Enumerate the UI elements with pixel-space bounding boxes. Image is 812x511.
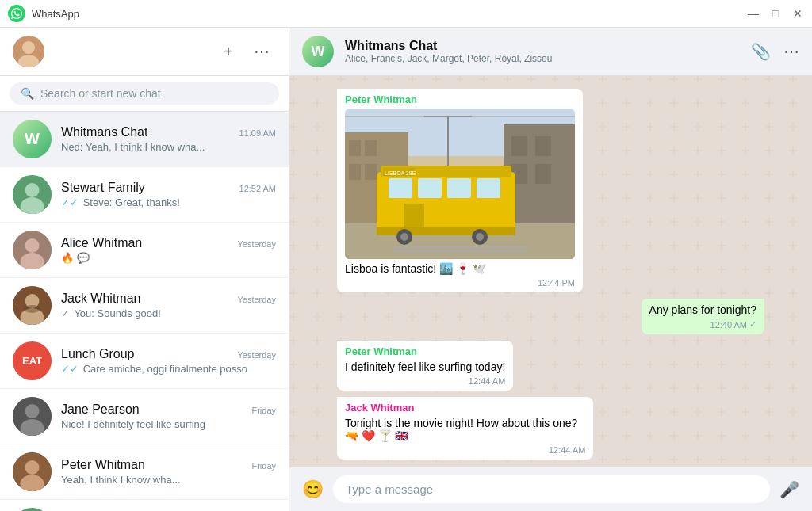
chat-header: W Whitmans Chat Alice, Francis, Jack, Ma… [289,28,812,76]
main-layout: + ⋯ 🔍 W Whitmans Chat 11:09 AM Ned: Yeah… [0,28,812,511]
list-item[interactable]: EAT Lunch Group Yesterday ✓✓ Care amiche… [0,334,289,389]
single-tick-icon: ✓ [749,319,756,330]
avatar [13,175,52,214]
list-item[interactable]: Stewart Family 12:52 AM ✓✓ Steve: Great,… [0,167,289,223]
chat-header-actions: 📎 ⋯ [751,42,799,61]
chat-time: Yesterday [237,239,276,249]
chat-info: Lunch Group Yesterday ✓✓ Care amiche, og… [61,347,276,375]
list-item[interactable]: Alice Whitman Yesterday 🔥 💬 [0,223,289,278]
svg-point-4 [25,183,40,197]
chat-preview: ✓✓ Care amiche, oggi finalmente posso [61,363,276,375]
message-time: 12:44 PM [345,278,575,288]
user-avatar-img [13,36,44,67]
chat-header-members: Alice, Francis, Jack, Margot, Peter, Roy… [345,53,740,64]
app-title: WhatsApp [32,8,747,20]
avatar [13,397,52,436]
header-menu-icon[interactable]: ⋯ [783,42,799,61]
chat-info: Jack Whitman Yesterday ✓ You: Sounds goo… [61,292,276,319]
chat-name: Alice Whitman [61,236,142,250]
chat-preview: ✓ You: Sounds good! [61,307,276,319]
chat-preview: Ned: Yeah, I think I know wha... [61,141,276,153]
avatar [13,231,52,269]
microphone-button[interactable]: 🎤 [779,480,799,499]
chat-preview: Nice! I definitely feel like surfing [61,418,276,430]
svg-rect-28 [365,164,377,180]
double-tick-icon: ✓✓ [61,363,79,375]
svg-point-7 [25,238,40,253]
svg-point-44 [400,233,408,241]
search-input[interactable] [40,87,268,100]
svg-rect-33 [535,164,551,184]
svg-point-46 [476,233,484,241]
app-logo [8,5,25,22]
list-item[interactable]: Jane Pearson Friday Nice! I definitely f… [0,389,289,444]
avatar [13,508,52,511]
list-item[interactable]: Peter Whitman Friday Yeah, I think I kno… [0,444,289,500]
user-avatar[interactable] [13,36,44,67]
chat-name: Jane Pearson [61,402,140,417]
message-text: I definitely feel like surfing today! [345,360,505,373]
close-button[interactable]: ✕ [791,7,804,20]
svg-point-12 [25,305,40,313]
message-text: Lisboa is fantastic! 🏙️ 🍷 🕊️ [345,262,575,275]
chat-info: Whitmans Chat 11:09 AM Ned: Yeah, I thin… [61,125,276,153]
avatar: EAT [13,341,52,380]
maximize-button[interactable]: □ [769,7,782,20]
message-text: Any plans for tonight? [649,303,756,316]
chat-time: Yesterday [237,350,276,360]
svg-rect-39 [447,178,471,198]
chat-header-info: Whitmans Chat Alice, Francis, Jack, Marg… [345,39,740,64]
message-sender: Peter Whitman [345,93,575,105]
chat-info: Alice Whitman Yesterday 🔥 💬 [61,236,276,264]
chat-info: Peter Whitman Friday Yeah, I think I kno… [61,458,276,486]
input-area: 😊 🎤 [289,467,812,511]
titlebar: WhatsApp — □ ✕ [0,0,812,28]
svg-point-14 [25,404,40,418]
svg-rect-26 [365,140,377,156]
attachment-icon[interactable]: 📎 [751,42,771,61]
message-bubble: Peter Whitman [337,89,583,292]
messages-area: Peter Whitman [289,76,812,467]
chat-name: Stewart Family [61,181,145,195]
message-input[interactable] [333,475,770,503]
message-time: 12:40 AM ✓ [649,319,756,330]
svg-rect-30 [511,136,527,156]
message-bubble: Any plans for tonight? 12:40 AM ✓ [642,299,764,334]
message-image: LISBOA 28E [345,109,575,259]
chat-header-name: Whitmans Chat [345,39,740,53]
svg-point-17 [25,460,40,475]
sidebar: + ⋯ 🔍 W Whitmans Chat 11:09 AM Ned: Yeah… [0,28,289,511]
chat-time: Friday [251,461,276,471]
message-bubble: Jack Whitman Tonight is the movie night!… [337,397,593,460]
chat-info: Stewart Family 12:52 AM ✓✓ Steve: Great,… [61,181,276,208]
list-item[interactable]: Jack Whitman Yesterday ✓ You: Sounds goo… [0,278,289,334]
svg-point-19 [13,508,52,511]
list-item[interactable]: Stewart Family Friday Steve: Great, than… [0,500,289,511]
chat-time: 11:09 AM [239,128,276,138]
minimize-button[interactable]: — [747,7,760,20]
menu-icon[interactable]: ⋯ [247,39,276,64]
svg-rect-37 [389,178,412,198]
new-chat-icon[interactable]: + [217,40,239,64]
chat-time: Friday [251,406,276,415]
chat-name: Whitmans Chat [61,125,147,139]
svg-text:LISBOA 28E: LISBOA 28E [385,170,416,176]
message-text: Tonight is the movie night! How about th… [345,417,585,442]
avatar [13,286,52,325]
single-tick-icon: ✓ [61,307,70,319]
message-sender: Peter Whitman [345,345,505,357]
chat-info: Jane Pearson Friday Nice! I definitely f… [61,402,276,430]
svg-rect-27 [349,164,361,180]
list-item[interactable]: W Whitmans Chat 11:09 AM Ned: Yeah, I th… [0,112,289,167]
chat-list: W Whitmans Chat 11:09 AM Ned: Yeah, I th… [0,112,289,511]
chat-preview: 🔥 💬 [61,252,276,264]
chat-name: Lunch Group [61,347,135,361]
message-sender: Jack Whitman [345,402,585,414]
svg-rect-38 [418,178,442,198]
search-box: 🔍 [10,82,279,105]
chat-name: Jack Whitman [61,292,140,306]
chat-time: 12:52 AM [239,184,276,193]
sidebar-header: + ⋯ [0,28,289,76]
chat-preview: ✓✓ Steve: Great, thanks! [61,196,276,208]
emoji-button[interactable]: 😊 [302,479,324,500]
